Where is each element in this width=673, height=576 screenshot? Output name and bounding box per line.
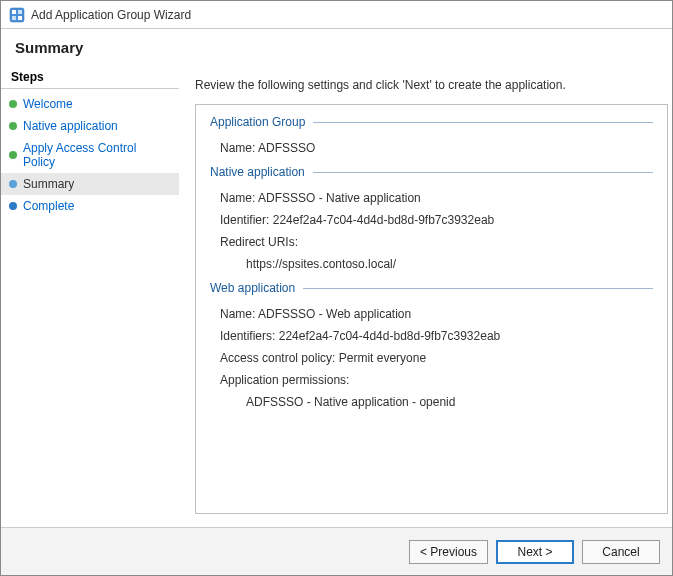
section-native-application: Native application xyxy=(210,165,653,179)
nativeapp-identifier: Identifier: 224ef2a4-7c04-4d4d-bd8d-9fb7… xyxy=(210,209,653,231)
next-button[interactable]: Next > xyxy=(496,540,574,564)
field-value: 224ef2a4-7c04-4d4d-bd8d-9fb7c3932eab xyxy=(273,213,495,227)
titlebar: Add Application Group Wizard xyxy=(1,1,672,29)
bullet-icon xyxy=(9,122,17,130)
bullet-icon xyxy=(9,100,17,108)
step-native-application[interactable]: Native application xyxy=(1,115,179,137)
field-label: Access control policy: xyxy=(220,351,335,365)
main-panel: Review the following settings and click … xyxy=(179,64,672,522)
field-label: Name: xyxy=(220,307,255,321)
svg-rect-1 xyxy=(12,10,16,14)
field-label: Identifier: xyxy=(220,213,269,227)
step-label: Complete xyxy=(23,199,74,213)
content-area: Steps Welcome Native application Apply A… xyxy=(1,64,672,522)
instruction-text: Review the following settings and click … xyxy=(195,72,668,104)
bullet-icon xyxy=(9,202,17,210)
field-label: Identifiers: xyxy=(220,329,275,343)
field-value: Permit everyone xyxy=(339,351,426,365)
bullet-icon xyxy=(9,151,17,159)
wizard-footer: < Previous Next > Cancel xyxy=(1,527,672,575)
step-apply-access-control-policy[interactable]: Apply Access Control Policy xyxy=(1,137,179,173)
webapp-name: Name: ADFSSSO - Web application xyxy=(210,303,653,325)
field-value: ADFSSSO xyxy=(258,141,315,155)
svg-rect-4 xyxy=(18,16,22,20)
summary-box: Application Group Name: ADFSSSO Native a… xyxy=(195,104,668,514)
webapp-identifiers: Identifiers: 224ef2a4-7c04-4d4d-bd8d-9fb… xyxy=(210,325,653,347)
step-label: Apply Access Control Policy xyxy=(23,141,171,169)
cancel-button[interactable]: Cancel xyxy=(582,540,660,564)
webapp-access-control-policy: Access control policy: Permit everyone xyxy=(210,347,653,369)
section-application-group: Application Group xyxy=(210,115,653,129)
page-title: Summary xyxy=(15,39,658,56)
appgroup-name: Name: ADFSSSO xyxy=(210,137,653,159)
step-summary[interactable]: Summary xyxy=(1,173,179,195)
webapp-permissions-label: Application permissions: xyxy=(210,369,653,391)
field-value: ADFSSSO - Web application xyxy=(258,307,411,321)
step-label: Welcome xyxy=(23,97,73,111)
field-value: ADFSSSO - Native application xyxy=(258,191,421,205)
steps-header: Steps xyxy=(1,68,179,89)
app-icon xyxy=(9,7,25,23)
wizard-header: Summary xyxy=(1,29,672,64)
step-label: Summary xyxy=(23,177,74,191)
svg-rect-2 xyxy=(18,10,22,14)
section-web-application: Web application xyxy=(210,281,653,295)
nativeapp-redirect-value: https://spsites.contoso.local/ xyxy=(210,253,653,275)
steps-sidebar: Steps Welcome Native application Apply A… xyxy=(1,64,179,522)
svg-rect-3 xyxy=(12,16,16,20)
field-label: Name: xyxy=(220,191,255,205)
webapp-permissions-value: ADFSSSO - Native application - openid xyxy=(210,391,653,413)
nativeapp-name: Name: ADFSSSO - Native application xyxy=(210,187,653,209)
step-complete[interactable]: Complete xyxy=(1,195,179,217)
previous-button[interactable]: < Previous xyxy=(409,540,488,564)
field-label: Name: xyxy=(220,141,255,155)
bullet-icon xyxy=(9,180,17,188)
step-welcome[interactable]: Welcome xyxy=(1,93,179,115)
field-value: 224ef2a4-7c04-4d4d-bd8d-9fb7c3932eab xyxy=(279,329,501,343)
nativeapp-redirect-label: Redirect URIs: xyxy=(210,231,653,253)
step-label: Native application xyxy=(23,119,118,133)
window-title: Add Application Group Wizard xyxy=(31,8,191,22)
